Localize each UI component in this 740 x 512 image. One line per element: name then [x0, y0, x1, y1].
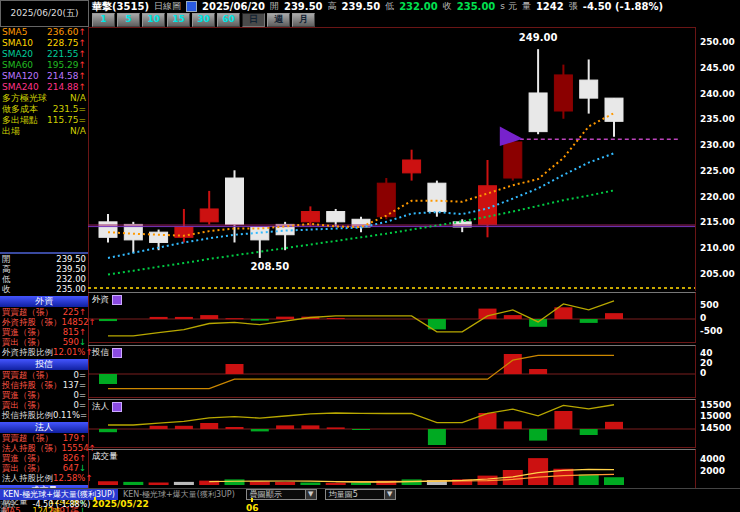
- timeframe-button-1[interactable]: 1: [92, 13, 115, 27]
- x-axis-date-start: 2025/05/22: [92, 499, 149, 509]
- sidebar-data-row: 外資持股比例12.01%↑: [0, 347, 88, 357]
- volume-panel[interactable]: [88, 449, 696, 489]
- price-axis-label: 245.00: [700, 64, 740, 73]
- ohlc-value: 232.00: [56, 274, 86, 284]
- sidebar-data-row: 買進（張）826↑: [0, 453, 88, 463]
- trust-panel[interactable]: [88, 345, 696, 398]
- ohlc-value: 239.50: [56, 254, 86, 264]
- sma-label: SMA10: [2, 38, 33, 49]
- chevron-down-icon[interactable]: ▼: [384, 490, 395, 499]
- volume-unit: 張: [569, 0, 578, 13]
- chevron-down-icon[interactable]: ▼: [305, 490, 316, 499]
- sidebar-data-row: 買進（張）0=: [0, 390, 88, 400]
- legend-icon[interactable]: [112, 402, 122, 412]
- high-label: 高: [328, 0, 337, 13]
- period-label[interactable]: 日線圖: [154, 0, 181, 13]
- timeframe-button-10[interactable]: 10: [142, 13, 165, 27]
- sidebar-sma-row: SMA10228.75↑: [0, 38, 88, 49]
- low-price-annotation: 208.50: [251, 261, 290, 272]
- timeframe-button-60[interactable]: 60: [217, 13, 240, 27]
- sma-label: SMA60: [2, 60, 33, 71]
- volume-value: 1242: [536, 1, 564, 12]
- legend-icon[interactable]: [112, 295, 122, 305]
- change-value: -4.50 (-1.88%): [583, 1, 663, 12]
- timeframe-button-週[interactable]: 週: [267, 13, 290, 27]
- low-value: 232.00: [399, 1, 438, 12]
- sidebar-sma-row: SMA120214.58↑: [0, 71, 88, 82]
- open-label: 開: [270, 0, 279, 13]
- sidebar-signal-row: 出場N/A: [0, 126, 88, 137]
- sma-value: 228.75↑: [47, 38, 86, 49]
- data-row-value: 225↑: [63, 307, 86, 317]
- sidebar-data-row: 法人持股（張）15554↑: [0, 443, 88, 453]
- price-axis-label: 205.00: [700, 270, 740, 279]
- signal-value: 115.75=: [47, 115, 86, 126]
- volume-ma-dropdown[interactable]: 均量圖5 ▼: [325, 489, 396, 500]
- data-row-value: 815↑: [63, 327, 86, 337]
- trust-axis-label: 0: [700, 369, 740, 378]
- institutional-axis-label: 14500: [700, 424, 740, 433]
- institutional-axis-label: 15000: [700, 412, 740, 421]
- sidebar-ohlc-box: 開239.50高239.50低232.00收235.00: [0, 252, 88, 294]
- ohlc-label: 低: [2, 274, 11, 284]
- ohlc-row: 開239.50: [0, 254, 88, 264]
- signal-label: 出場: [2, 126, 20, 137]
- data-row-value: 137=: [63, 380, 86, 390]
- timeframe-button-5[interactable]: 5: [117, 13, 140, 27]
- trust-axis-label: 40: [700, 349, 740, 358]
- sidebar-data-row: 買進（張）815↑: [0, 327, 88, 337]
- volume-axis-label: 4000: [700, 455, 740, 464]
- timeframe-button-月[interactable]: 月: [292, 13, 315, 27]
- data-row-value: 647↓: [63, 463, 86, 473]
- status-volume-label: 量: [0, 507, 8, 512]
- signal-label: 多出場點: [2, 115, 38, 126]
- sidebar-sma-row: SMA240214.88↑: [0, 82, 88, 93]
- high-value: 239.50: [342, 1, 381, 12]
- legend-icon[interactable]: [112, 348, 122, 358]
- data-row-label: 買賣超（張）: [2, 307, 53, 317]
- sma-label: SMA240: [2, 82, 39, 93]
- ohlc-label: 開: [2, 254, 11, 264]
- price-axis-label: 220.00: [700, 193, 740, 202]
- price-axis-label: 225.00: [700, 167, 740, 176]
- trust-axis-label: 20: [700, 359, 740, 368]
- institutional-panel[interactable]: [88, 399, 696, 448]
- sma-value: 221.55↑: [47, 49, 86, 60]
- timeframe-button-30[interactable]: 30: [192, 13, 215, 27]
- main-chart-canvas: 249.00208.50: [88, 28, 695, 291]
- data-row-label: 外資持股（張）: [2, 317, 62, 327]
- sidebar-data-row: 投信持股比例0.11%=: [0, 410, 88, 420]
- ohlc-row: 高239.50: [0, 264, 88, 274]
- foreign-axis-label: 500: [700, 301, 740, 310]
- info-bar: 華擎(3515) 日線圖 2025/06/20 開 239.50 高 239.5…: [92, 0, 740, 13]
- price-axis-label: 210.00: [700, 244, 740, 253]
- ohlc-label: 收: [2, 284, 11, 294]
- stock-name: 華擎(3515): [92, 0, 149, 14]
- sidebar-data-row: 賣出（張）647↓: [0, 463, 88, 473]
- price-axis-label: 215.00: [700, 218, 740, 227]
- timeframe-bar: 1510153060日週月: [92, 13, 315, 26]
- overlay-dropdown[interactable]: 疊圖顯示 ▼: [246, 489, 317, 500]
- sma-value: 214.88↑: [47, 82, 86, 93]
- sidebar-data-row: 投信持股（張）137=: [0, 380, 88, 390]
- sma-label: SMA20: [2, 49, 33, 60]
- main-chart[interactable]: 249.00208.50: [88, 27, 696, 291]
- data-row-label: 賣出（張）: [2, 400, 45, 410]
- ohlc-label: 高: [2, 264, 11, 274]
- data-row-value: 0=: [73, 390, 86, 400]
- sma-label: SMA5: [2, 27, 27, 38]
- trust-panel-title: 投信: [92, 347, 122, 359]
- date-cell: 2025/06/20(五): [0, 0, 89, 27]
- data-row-value: 179↑: [63, 433, 86, 443]
- volume-label: 量: [522, 0, 531, 13]
- ohlc-value: 239.50: [56, 264, 86, 274]
- timeframe-button-日[interactable]: 日: [242, 13, 265, 27]
- data-row-label: 買進（張）: [2, 390, 45, 400]
- signal-label: 做多成本: [2, 104, 38, 115]
- sidebar-spacer: [0, 137, 88, 252]
- foreign-panel[interactable]: [88, 292, 696, 343]
- data-row-value: 12.01%↑: [53, 347, 93, 357]
- sma-value: 195.29↑: [47, 60, 86, 71]
- timeframe-button-15[interactable]: 15: [167, 13, 190, 27]
- signal-value: N/A: [70, 126, 86, 137]
